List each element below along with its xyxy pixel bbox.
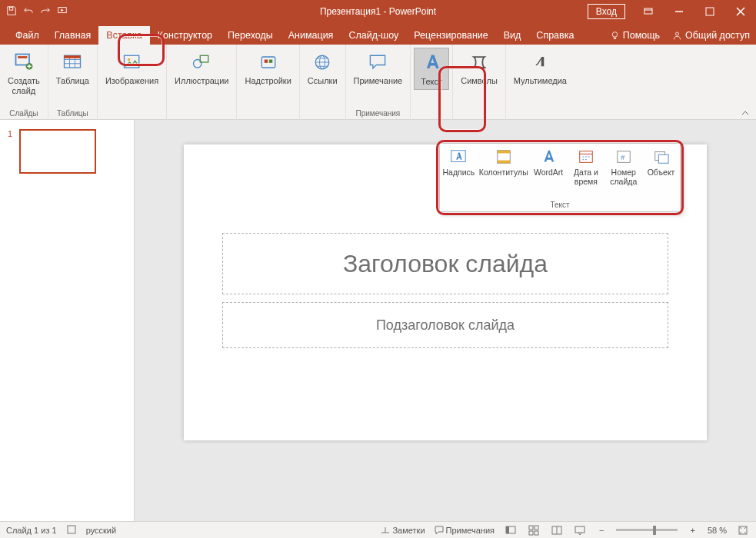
svg-rect-7	[18, 56, 27, 58]
fit-to-window-button[interactable]	[736, 524, 750, 536]
media-button[interactable]: Мультимедиа	[509, 48, 571, 88]
title-placeholder-text: Заголовок слайда	[343, 250, 548, 278]
datetime-label: Дата и время	[574, 168, 598, 186]
maximize-button[interactable]	[694, 0, 725, 23]
group-symbols: Символы	[453, 45, 506, 120]
links-button[interactable]: Ссылки	[303, 48, 342, 88]
addins-button[interactable]: Надстройки	[240, 48, 295, 88]
tab-home[interactable]: Главная	[47, 26, 99, 45]
view-sorter-button[interactable]	[527, 524, 541, 536]
undo-icon[interactable]	[23, 5, 34, 18]
group-addins: Надстройки	[237, 45, 299, 120]
illustrations-button[interactable]: Иллюстрации	[170, 48, 233, 88]
table-label: Таблица	[56, 76, 89, 86]
zoom-slider[interactable]	[616, 529, 678, 531]
thumb-number: 1	[8, 129, 12, 138]
view-slideshow-button[interactable]	[573, 524, 587, 536]
title-bar: Презентация1 - PowerPoint Вход	[0, 0, 756, 23]
text-flyout-group-label: Текст	[440, 201, 680, 211]
object-label: Объект	[648, 168, 675, 177]
share-icon	[672, 31, 682, 41]
textbox-button[interactable]: Надпись	[440, 146, 478, 201]
group-comments: Примечание Примечания	[346, 45, 411, 120]
wordart-icon	[538, 148, 559, 166]
view-normal-button[interactable]	[504, 524, 518, 536]
start-from-beginning-icon[interactable]	[57, 5, 68, 18]
status-language[interactable]: русский	[86, 526, 116, 535]
slidenum-button[interactable]: # Номер слайда	[604, 146, 642, 201]
share-label: Общий доступ	[685, 30, 750, 41]
object-button[interactable]: Объект	[642, 146, 680, 201]
symbols-button[interactable]: Символы	[456, 48, 502, 88]
symbols-label: Символы	[461, 76, 498, 86]
tab-help[interactable]: Справка	[528, 26, 581, 45]
ribbon-display-options-icon[interactable]	[633, 0, 664, 23]
thumbnail-slide-1[interactable]	[19, 129, 96, 174]
zoom-percent[interactable]: 58 %	[708, 526, 727, 535]
media-label: Мультимедиа	[514, 76, 567, 86]
save-icon[interactable]	[6, 5, 17, 18]
group-text: Текст	[411, 45, 453, 120]
group-tables: Таблица Таблицы	[48, 45, 98, 120]
text-flyout-panel: Надпись Колонтитулы WordArt Дата и время…	[439, 143, 681, 212]
tell-me-button[interactable]: Помощь	[604, 26, 666, 45]
svg-point-12	[127, 58, 130, 61]
lightbulb-icon	[610, 31, 620, 41]
svg-point-5	[675, 32, 678, 35]
minimize-button[interactable]	[664, 0, 694, 23]
tab-animations[interactable]: Анимация	[281, 26, 341, 45]
illustrations-label: Иллюстрации	[175, 76, 228, 86]
headerfooter-button[interactable]: Колонтитулы	[478, 146, 530, 201]
tab-slideshow[interactable]: Слайд-шоу	[341, 26, 406, 45]
notes-button[interactable]: Заметки	[381, 526, 425, 535]
text-icon	[419, 51, 444, 75]
illustrations-icon	[189, 50, 214, 75]
datetime-button[interactable]: Дата и время	[568, 146, 605, 201]
table-button[interactable]: Таблица	[52, 48, 94, 88]
symbols-icon	[467, 50, 491, 75]
svg-rect-16	[264, 60, 267, 63]
view-reading-button[interactable]	[550, 524, 564, 536]
tab-view[interactable]: Вид	[496, 26, 529, 45]
comments-pane-button[interactable]: Примечания	[435, 526, 495, 535]
text-button[interactable]: Текст	[414, 48, 449, 90]
svg-rect-21	[451, 151, 465, 162]
zoom-in-button[interactable]: +	[687, 526, 698, 535]
status-bar: Слайд 1 из 1 русский Заметки Примечания …	[0, 521, 756, 538]
datetime-icon	[575, 148, 597, 166]
wordart-button[interactable]: WordArt	[530, 146, 568, 201]
comment-button[interactable]: Примечание	[349, 48, 408, 88]
close-button[interactable]	[725, 0, 756, 23]
textbox-label: Надпись	[442, 168, 475, 177]
svg-rect-0	[9, 7, 12, 10]
addins-icon	[256, 50, 281, 75]
headerfooter-icon	[493, 148, 515, 166]
tab-transitions[interactable]: Переходы	[220, 26, 281, 45]
share-button[interactable]: Общий доступ	[666, 26, 756, 45]
object-icon	[651, 148, 672, 166]
spellcheck-icon[interactable]	[66, 524, 77, 536]
new-slide-button[interactable]: Создать слайд	[3, 48, 45, 98]
tab-design[interactable]: Конструктор	[150, 26, 220, 45]
window-title: Презентация1 - PowerPoint	[320, 6, 436, 17]
text-label: Текст	[421, 77, 442, 87]
subtitle-placeholder-text: Подзаголовок слайда	[376, 317, 515, 334]
svg-rect-24	[498, 161, 511, 164]
group-slides: Создать слайд Слайды	[0, 45, 48, 120]
subtitle-placeholder[interactable]: Подзаголовок слайда	[222, 302, 668, 348]
collapse-ribbon-button[interactable]	[741, 107, 751, 118]
svg-rect-30	[68, 526, 75, 533]
images-button[interactable]: Изображения	[101, 48, 163, 88]
notes-icon	[381, 526, 390, 535]
svg-rect-33	[529, 526, 533, 530]
tab-insert[interactable]: Вставка	[98, 26, 149, 45]
title-placeholder[interactable]: Заголовок слайда	[222, 233, 668, 294]
zoom-out-button[interactable]: −	[596, 526, 607, 535]
tab-review[interactable]: Рецензирование	[406, 26, 496, 45]
svg-rect-14	[201, 55, 209, 62]
tab-file[interactable]: Файл	[8, 26, 47, 45]
redo-icon[interactable]	[40, 5, 51, 18]
signin-button[interactable]: Вход	[588, 4, 625, 19]
group-images: Изображения	[98, 45, 167, 120]
new-slide-icon	[12, 50, 36, 75]
